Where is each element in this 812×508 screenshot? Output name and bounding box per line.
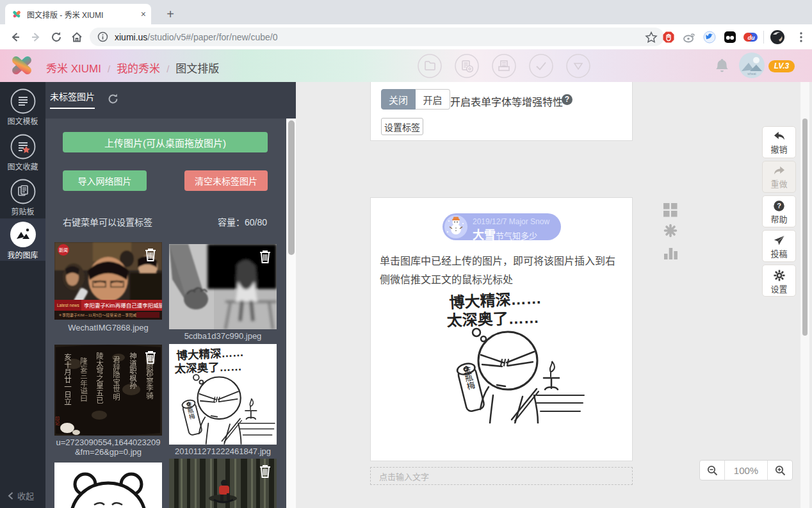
print-icon[interactable] [492,54,516,78]
set-tag-button[interactable]: 设置标签 [381,118,423,135]
weibo-extension-icon[interactable] [683,31,695,44]
redo-button[interactable]: 重做 [762,161,796,193]
dropdown-triangle-icon[interactable] [566,54,590,78]
body-paragraph[interactable]: 单击图库中已经上传的图片，即可将该图片插入到右侧微信推文正文的鼠标光标处 [380,252,629,289]
du-extension-icon[interactable]: du [743,31,758,44]
content-card[interactable]: 2019/12/7 Major Snow 大雪节气知多少 单击图库中已经上传的图… [370,197,633,461]
paper-plane-icon [774,235,785,246]
refresh-icon[interactable] [107,93,119,105]
tab-title: 图文排版 - 秀米 XIUMI [27,9,141,20]
layout-grid-icon[interactable] [663,203,678,217]
delete-image-icon[interactable] [259,464,272,479]
svg-text:隆妄三年谥曰: 隆妄三年谥曰 [79,357,88,402]
settings-card: 关闭 开启 开启表单字体等增强特性 ? 设置标签 [370,82,633,141]
adblock-extension-icon[interactable] [662,31,675,44]
flower-icon[interactable] [663,224,678,238]
template-icon [10,88,36,114]
blue-bird-extension-icon[interactable] [703,31,716,44]
gallery-image-forest[interactable] [169,459,277,508]
settings-button[interactable]: 设置 [762,265,796,297]
tab-close-icon[interactable]: × [141,10,146,19]
home-icon[interactable] [70,31,83,44]
toggle-on-button[interactable]: 开启 [416,89,450,110]
news-banner-text: 李阳妻子Kim再曝自己遭李阳威胁 [84,302,162,309]
import-web-image-button[interactable]: 导入网络图片 [63,170,147,191]
browser-profile-avatar[interactable] [770,29,785,45]
back-icon[interactable] [9,31,22,44]
sidebar-item-templates[interactable]: 图文模板 [0,88,45,126]
image-caption: 5cdba1d37c990.jpeg [169,331,277,341]
delete-image-icon[interactable] [259,249,272,264]
folder-icon[interactable] [418,54,442,78]
notification-bell-icon[interactable] [715,58,729,74]
user-avatar[interactable]: wheat [739,53,765,78]
upload-image-button[interactable]: 上传图片(可从桌面拖放图片) [63,132,268,152]
toolbar-separator [763,31,764,44]
black-box-extension-icon[interactable] [724,31,736,44]
level-badge: LV.3 [768,60,795,72]
enhance-toggle[interactable]: 关闭 开启 [381,89,450,110]
panel-scrollbar[interactable] [286,119,296,508]
gallery-image-cartoon[interactable] [169,344,277,445]
gallery-image-news[interactable]: 新闻 Latest news 李阳妻子Kim再曝自己遭李阳威胁 ＊李阳妻子KIM… [54,242,162,320]
left-sidebar: 图文模板 图文收藏 剪贴板 我的图库 收起 [0,82,45,508]
browser-tab[interactable]: 图文排版 - 秀米 XIUMI × [5,4,151,24]
info-icon[interactable] [97,31,108,42]
image-caption: u=2723090554,1644023209&fm=26&gp=0.jpg [54,438,162,457]
canvas-scrollbar-thumb[interactable] [802,119,808,336]
zoom-control: 100% [699,460,793,480]
help-question-icon[interactable]: ? [562,94,572,105]
panel-scrollbar-thumb[interactable] [288,120,295,255]
new-tab-button[interactable]: + [161,5,179,23]
zoom-value: 100% [725,461,767,480]
solar-term-badge: 2019/12/7 Major Snow 大雪节气知多少 [443,213,561,240]
collapse-sidebar-button[interactable]: 收起 [8,489,34,502]
tab-untagged-images[interactable]: 未标签图片 [50,90,95,109]
undo-button[interactable]: 撤销 [762,126,796,158]
svg-text:亥十月廿一日立: 亥十月廿一日立 [63,353,72,405]
url-text: xiumi.us/studio/v5#/paper/for/new/cube/0 [115,32,645,42]
sidebar-item-clipboard[interactable]: 剪贴板 [0,179,45,217]
bookmark-star-icon[interactable] [645,31,658,44]
breadcrumb-current: 图文排版 [175,63,219,75]
zoom-out-button[interactable] [700,461,725,480]
redo-icon [773,166,786,176]
svg-text:＊李阳妻子KIM－11月5日～接受采访－李阳威胁＊: ＊李阳妻子KIM－11月5日～接受采访－李阳威胁＊ [58,313,144,318]
submit-button[interactable]: 投稿 [762,230,796,262]
breadcrumb-my-xiumi[interactable]: 我的秀米 [117,63,160,75]
sidebar-item-my-gallery[interactable]: 我的图库 [0,221,45,260]
snowman-icon [444,215,467,238]
canvas-scrollbar[interactable] [800,82,809,508]
file-collect-icon[interactable] [455,54,479,78]
gallery-panel: 未标签图片 上传图片(可从桌面拖放图片) 导入网络图片 清空未标签图片 右键菜单… [45,82,296,508]
gallery-image-rubbing[interactable]: 亥十月廿一日立 隆妄三年谥曰 陵太穹之皇五已 君辞隐宝世明 神道职枫孙 都尉郡寥… [54,345,162,436]
svg-text:君辞隐宝世明: 君辞隐宝世明 [112,356,120,401]
address-bar[interactable]: xiumi.us/studio/v5#/paper/for/new/cube/0 [90,28,664,46]
svg-text:神道职枫孙: 神道职枫孙 [129,352,137,389]
help-button[interactable]: ? 帮助 [762,195,796,227]
breadcrumb-brand[interactable]: 秀米 XIUMI [46,63,101,75]
breadcrumb: 秀米 XIUMI/我的秀米/图文排版 [46,60,219,76]
my-gallery-icon [10,221,37,248]
favorites-icon [10,134,36,160]
text-input-placeholder[interactable]: 点击输入文字 [370,467,633,485]
gear-icon [774,270,785,281]
inserted-cartoon-image[interactable] [439,288,587,423]
app: 博大精深…… 太深奥了…… 金瓶梅 图文排版 - 秀米 XIUMI × + [0,0,812,508]
gallery-image-bw[interactable] [169,244,277,329]
check-icon[interactable] [529,54,553,78]
reload-icon[interactable] [50,31,63,44]
toggle-off-button[interactable]: 关闭 [381,89,416,110]
zoom-in-button[interactable] [767,461,792,480]
sidebar-item-favorites[interactable]: 图文收藏 [0,134,45,172]
browser-menu-kebab-icon[interactable] [795,31,807,44]
svg-text:du: du [748,35,755,41]
delete-image-icon[interactable] [144,247,157,262]
gallery-image-meme[interactable] [54,463,162,508]
bar-chart-icon[interactable] [663,247,678,259]
forward-icon[interactable] [29,31,42,44]
clear-untagged-button[interactable]: 清空未标签图片 [184,170,268,191]
delete-image-icon[interactable] [144,350,157,365]
capacity-label: 容量：60/80 [218,215,267,228]
xiumi-logo[interactable] [9,53,35,78]
